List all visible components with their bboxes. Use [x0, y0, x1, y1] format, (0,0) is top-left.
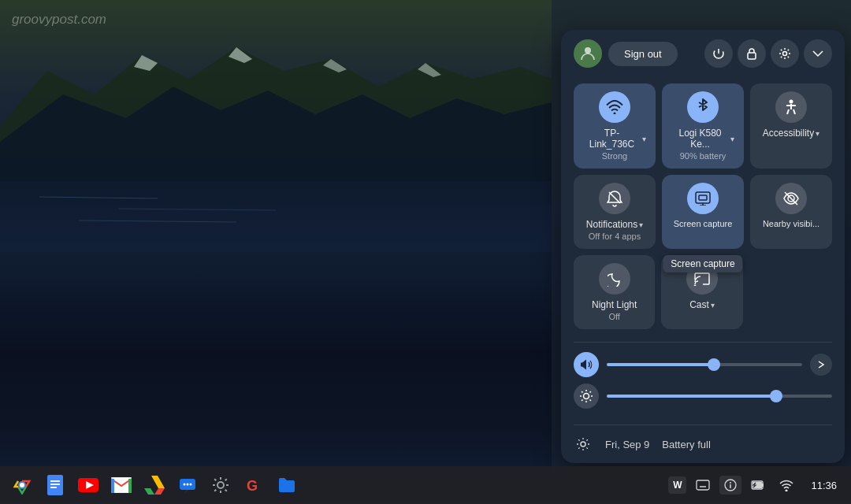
qs-tile-row-2: Notifications ▾ Off for 4 apps Screen ca… — [574, 175, 832, 249]
taskbar-messages-icon[interactable] — [172, 469, 203, 501]
clock[interactable]: 11:36 — [803, 476, 845, 495]
time-display: 11:36 — [811, 480, 837, 491]
svg-marker-52 — [151, 476, 165, 488]
svg-line-21 — [787, 109, 789, 114]
svg-marker-53 — [144, 488, 154, 495]
svg-line-36 — [582, 391, 582, 392]
screen-capture-icon — [687, 183, 719, 214]
night-light-sublabel: Off — [608, 312, 619, 321]
watermark: groovypost.com — [12, 12, 106, 28]
lock-button[interactable] — [738, 39, 766, 68]
svg-rect-50 — [111, 479, 114, 493]
svg-point-42 — [20, 483, 24, 487]
cast-label: Cast ▾ — [689, 299, 715, 310]
svg-point-57 — [187, 484, 189, 486]
svg-point-40 — [581, 442, 585, 447]
svg-point-73 — [786, 490, 788, 492]
svg-point-69 — [730, 482, 731, 484]
bluetooth-label: Logi K580 Ke... ▾ — [671, 128, 734, 150]
user-avatar — [574, 39, 602, 68]
taskbar-chrome-icon[interactable] — [6, 469, 38, 501]
svg-text:G: G — [247, 478, 258, 494]
nearby-visibility-label: Nearby visibi... — [763, 219, 819, 228]
brightness-track[interactable] — [607, 395, 832, 398]
expand-button[interactable] — [804, 39, 832, 68]
taskbar: G W — [0, 466, 851, 504]
brightness-thumb[interactable] — [770, 390, 782, 402]
qs-footer: Fri, Sep 9 Battery full — [561, 428, 845, 463]
svg-rect-15 — [748, 53, 756, 59]
info-indicator[interactable] — [719, 476, 741, 495]
qs-topbar: Sign out — [561, 30, 845, 77]
keyboard-indicator[interactable] — [691, 476, 715, 494]
taskbar-apps: G — [6, 469, 668, 501]
volume-icon — [574, 352, 599, 377]
qs-tile-row-1: TP-Link_736C ▾ Strong Logi K580 Ke... ▾ … — [574, 83, 832, 169]
notifications-tile[interactable]: Notifications ▾ Off for 4 apps — [574, 175, 656, 249]
bluetooth-tile[interactable]: Logi K580 Ke... ▾ 90% battery — [662, 83, 744, 169]
svg-marker-54 — [154, 488, 165, 495]
volume-expand-button[interactable] — [810, 354, 832, 376]
accessibility-tile[interactable]: Accessibility ▾ — [750, 83, 832, 169]
qs-divider-1 — [574, 342, 832, 343]
wifi-label: TP-Link_736C ▾ — [583, 128, 646, 150]
wifi-tile[interactable]: TP-Link_736C ▾ Strong — [574, 83, 656, 169]
taskbar-docs-icon[interactable] — [39, 469, 71, 501]
qs-divider-2 — [574, 424, 832, 425]
taskbar-drive-icon[interactable] — [139, 469, 170, 501]
svg-rect-44 — [50, 480, 60, 482]
taskbar-files-icon[interactable] — [271, 469, 303, 501]
night-light-label: Night Light — [592, 299, 637, 310]
brightness-fill — [607, 395, 776, 398]
svg-point-30 — [693, 285, 696, 287]
svg-rect-7 — [0, 181, 552, 252]
svg-rect-51 — [128, 479, 132, 493]
settings-gear-icon[interactable] — [574, 435, 593, 454]
notifications-icon — [599, 183, 630, 214]
taskbar-youtube-icon[interactable] — [72, 469, 104, 501]
brightness-slider-row — [574, 384, 832, 409]
night-light-tile[interactable]: Night Light Off — [574, 255, 655, 329]
volume-thumb[interactable] — [708, 358, 720, 371]
taskbar-settings-icon[interactable] — [205, 469, 236, 501]
wifi-icon — [599, 91, 630, 123]
svg-line-38 — [590, 391, 591, 392]
taskbar-gmail-icon[interactable] — [106, 469, 137, 501]
settings-button[interactable] — [771, 39, 799, 68]
volume-fill — [607, 363, 714, 366]
notifications-sublabel: Off for 4 apps — [589, 232, 641, 241]
night-light-icon — [599, 263, 630, 295]
nearby-visibility-tile[interactable]: Nearby visibi... — [750, 175, 832, 249]
taskbar-google-icon[interactable]: G — [238, 469, 269, 501]
svg-point-58 — [190, 484, 192, 486]
screen-capture-label: Screen capture — [674, 219, 733, 229]
bluetooth-icon — [687, 91, 719, 123]
qs-sliders — [561, 346, 845, 421]
svg-line-37 — [590, 400, 591, 401]
ime-icon: W — [673, 480, 682, 491]
screen-capture-tooltip: Screen capture — [663, 255, 742, 272]
svg-point-17 — [614, 113, 616, 115]
accessibility-icon — [775, 91, 807, 123]
svg-line-22 — [793, 109, 795, 114]
battery-indicator[interactable] — [746, 476, 770, 494]
power-button[interactable] — [704, 39, 733, 68]
svg-line-39 — [582, 400, 582, 401]
volume-track[interactable] — [607, 363, 802, 366]
footer-date: Fri, Sep 9 — [605, 439, 649, 450]
bluetooth-sublabel: 90% battery — [680, 151, 727, 161]
wifi-tray-icon[interactable] — [775, 476, 798, 495]
svg-rect-24 — [696, 192, 710, 203]
qs-top-icons — [704, 39, 832, 68]
accessibility-sublabel — [790, 140, 792, 150]
qs-tiles-container: TP-Link_736C ▾ Strong Logi K580 Ke... ▾ … — [561, 77, 845, 339]
footer-battery: Battery full — [662, 439, 710, 450]
svg-point-59 — [217, 482, 224, 488]
sign-out-button[interactable]: Sign out — [608, 42, 678, 66]
svg-point-56 — [184, 484, 186, 486]
screen-capture-tile[interactable]: Screen capture Screen capture — [662, 175, 744, 249]
brightness-icon — [574, 384, 599, 409]
nearby-visibility-icon — [775, 183, 807, 214]
svg-point-12 — [585, 47, 591, 54]
ime-indicator[interactable]: W — [668, 476, 686, 494]
